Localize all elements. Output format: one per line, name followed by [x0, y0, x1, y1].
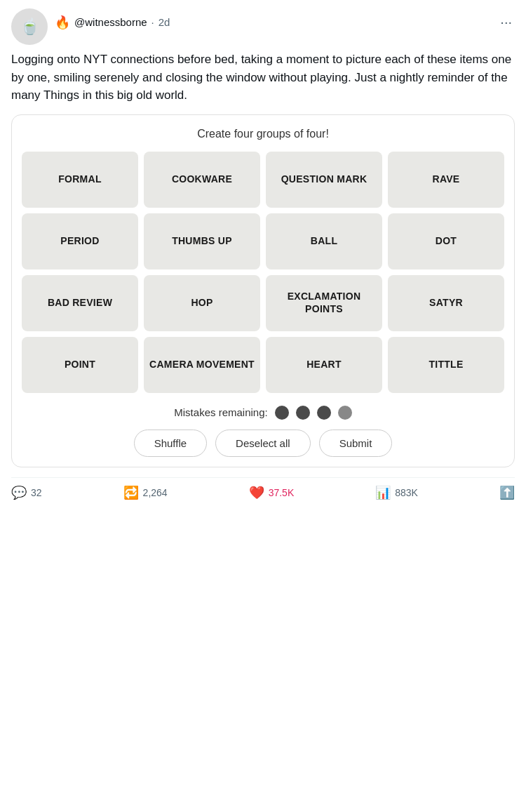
grid-cell-hop[interactable]: HOP	[144, 275, 260, 331]
tweet-text: Logging onto NYT connections before bed,…	[11, 51, 515, 105]
grid-cell-thumbs-up[interactable]: THUMBS UP	[144, 213, 260, 269]
mistakes-label: Mistakes remaining:	[174, 406, 267, 418]
like-action[interactable]: ❤️ 37.5K	[249, 485, 295, 500]
like-count: 37.5K	[269, 487, 295, 498]
tweet-container: 🍵 🔥 @witnessborne · 2d ··· Logging onto …	[0, 0, 526, 507]
retweet-icon: 🔁	[123, 485, 139, 500]
grid-cell-satyr[interactable]: SATYR	[388, 275, 504, 331]
connections-title: Create four groups of four!	[22, 128, 504, 140]
grid-cell-dot[interactable]: DOT	[388, 213, 504, 269]
heart-icon: ❤️	[249, 485, 264, 500]
grid-cell-period[interactable]: PERIOD	[22, 213, 138, 269]
grid-cell-rave[interactable]: RAVE	[388, 152, 504, 208]
mistake-dot-2	[296, 406, 310, 420]
grid-cell-point[interactable]: POINT	[22, 337, 138, 393]
grid-cell-cookware[interactable]: COOKWARE	[144, 152, 260, 208]
flame-icon: 🔥	[55, 15, 70, 30]
shuffle-button[interactable]: Shuffle	[134, 430, 207, 457]
username-row: 🔥 @witnessborne · 2d ···	[55, 11, 515, 33]
reply-action[interactable]: 💬 32	[11, 485, 42, 500]
mistake-dot-4	[338, 406, 352, 420]
grid-cell-question-mark[interactable]: QUESTION MARK	[266, 152, 382, 208]
mistake-dot-3	[317, 406, 331, 420]
reply-count: 32	[31, 487, 42, 498]
mistake-dot-1	[275, 406, 289, 420]
mistakes-row: Mistakes remaining:	[22, 406, 504, 420]
tweet-time: 2d	[159, 16, 170, 28]
connections-grid: FORMAL COOKWARE QUESTION MARK RAVE PERIO…	[22, 152, 504, 393]
grid-cell-formal[interactable]: FORMAL	[22, 152, 138, 208]
grid-cell-ball[interactable]: BALL	[266, 213, 382, 269]
views-icon: 📊	[375, 485, 391, 500]
tweet-meta: 🔥 @witnessborne · 2d ···	[55, 8, 515, 33]
views-action[interactable]: 📊 883K	[375, 485, 418, 500]
connections-card: Create four groups of four! FORMAL COOKW…	[11, 114, 515, 467]
submit-button[interactable]: Submit	[319, 430, 393, 457]
grid-cell-exclamation-points[interactable]: EXCLAMATION POINTS	[266, 275, 382, 331]
deselect-all-button[interactable]: Deselect all	[215, 430, 311, 457]
share-icon: ⬆️	[499, 485, 515, 500]
avatar-image: 🍵	[20, 18, 39, 36]
game-buttons-row: Shuffle Deselect all Submit	[22, 430, 504, 457]
retweet-count: 2,264	[143, 487, 168, 498]
grid-cell-tittle[interactable]: TITTLE	[388, 337, 504, 393]
more-options-icon[interactable]: ···	[497, 11, 515, 33]
grid-cell-heart[interactable]: HEART	[266, 337, 382, 393]
timestamp: ·	[151, 16, 154, 28]
view-count: 883K	[395, 487, 418, 498]
grid-cell-camera-movement[interactable]: CAMERA MOVEMENT	[144, 337, 260, 393]
avatar: 🍵	[11, 8, 48, 45]
tweet-actions: 💬 32 🔁 2,264 ❤️ 37.5K 📊 883K ⬆️	[11, 477, 515, 507]
username[interactable]: @witnessborne	[74, 16, 147, 28]
grid-cell-bad-review[interactable]: BAD REVIEW	[22, 275, 138, 331]
reply-icon: 💬	[11, 485, 27, 500]
retweet-action[interactable]: 🔁 2,264	[123, 485, 168, 500]
tweet-header: 🍵 🔥 @witnessborne · 2d ···	[11, 8, 515, 45]
share-action[interactable]: ⬆️	[499, 485, 515, 500]
